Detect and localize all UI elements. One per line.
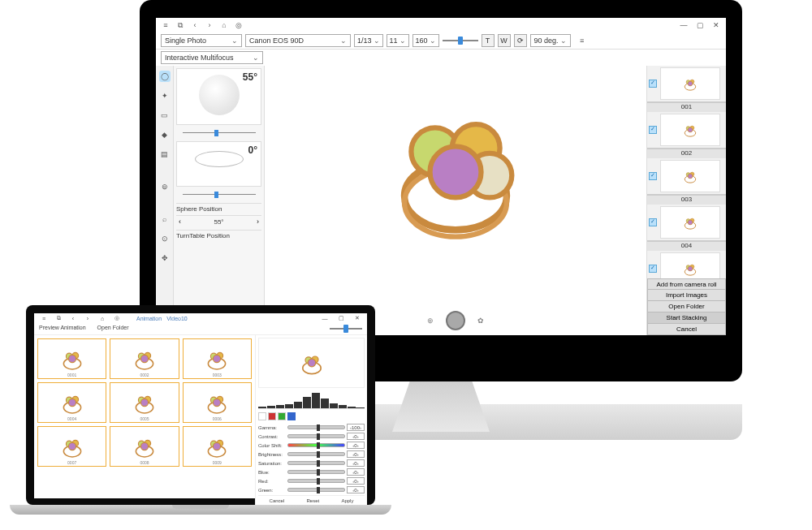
- rotate-button[interactable]: ⟳: [514, 34, 527, 47]
- zoom-slider[interactable]: [330, 325, 362, 333]
- turntable-box[interactable]: 0°: [176, 141, 261, 187]
- t-button[interactable]: T: [482, 34, 495, 47]
- turntable-position-label: TurnTable Position: [176, 230, 261, 239]
- cancel-button[interactable]: Cancel: [270, 498, 285, 503]
- snap-icon[interactable]: ✿: [473, 313, 488, 328]
- turn-slider[interactable]: [183, 192, 256, 198]
- brightness-slider[interactable]: Brightness:‹0›: [258, 450, 365, 458]
- layers-tool-icon[interactable]: ▤: [159, 149, 171, 160]
- open-folder-tab[interactable]: Open Folder: [97, 325, 129, 333]
- crumb-animation[interactable]: Animation: [136, 316, 162, 321]
- chevron-down-icon: ⌄: [231, 37, 238, 45]
- back-icon[interactable]: ‹: [190, 20, 200, 30]
- move-tool-icon[interactable]: ✥: [159, 252, 171, 264]
- sphere-tool-icon[interactable]: ◯: [159, 71, 171, 82]
- thumb-item[interactable]: 002: [647, 112, 726, 158]
- home-icon[interactable]: ⌂: [219, 20, 229, 30]
- mode-label: Single Photo: [165, 37, 206, 45]
- multifocus-dropdown[interactable]: Interactive Multifocus ⌄: [161, 51, 263, 64]
- frame-cell[interactable]: 0009: [183, 426, 252, 467]
- thumb-item[interactable]: 001: [647, 66, 726, 112]
- sphere-dec[interactable]: ‹: [179, 218, 181, 226]
- zoom-tool-icon[interactable]: ⌕: [159, 213, 171, 225]
- preview-area: ⊕ ✿: [265, 66, 646, 335]
- thumb-label: 002: [647, 149, 726, 158]
- light-angle-box[interactable]: 55°: [176, 68, 261, 125]
- green-slider[interactable]: Green:‹0›: [258, 486, 365, 493]
- home-icon[interactable]: ⌂: [97, 313, 107, 323]
- menu-icon[interactable]: ≡: [39, 313, 49, 323]
- frame-cell[interactable]: 0006: [183, 382, 252, 423]
- rotation-dropdown[interactable]: 90 deg. ⌄: [530, 34, 571, 47]
- checkbox[interactable]: [649, 218, 657, 226]
- checkbox[interactable]: [649, 265, 657, 273]
- apply-button[interactable]: Apply: [341, 498, 353, 503]
- target-tool-icon[interactable]: ⊚: [159, 181, 171, 192]
- more-icon[interactable]: ≡: [577, 36, 587, 45]
- frame-cell[interactable]: 0003: [183, 338, 252, 379]
- forward-icon[interactable]: ›: [205, 20, 214, 30]
- checkbox[interactable]: [649, 126, 657, 134]
- focus-icon[interactable]: ⊕: [423, 313, 438, 328]
- cancel-button[interactable]: Cancel: [647, 324, 726, 335]
- checkbox[interactable]: [649, 80, 657, 88]
- channel-tabs[interactable]: [258, 412, 365, 420]
- camera-dropdown[interactable]: Canon EOS 90D ⌄: [245, 34, 351, 47]
- frame-cell[interactable]: 0008: [110, 426, 179, 467]
- frame-tool-icon[interactable]: ▭: [159, 110, 171, 121]
- adjust-preview: [258, 338, 365, 388]
- back-icon[interactable]: ‹: [68, 313, 78, 323]
- red-slider[interactable]: Red:‹0›: [258, 477, 365, 485]
- frame-grid: 0001 0002 0003 0004 0005 0006 0007 0008 …: [34, 335, 255, 508]
- shape-tool-icon[interactable]: ◆: [159, 129, 171, 140]
- thumb-item[interactable]: [647, 251, 726, 278]
- aperture-box[interactable]: 11⌄: [387, 34, 409, 47]
- frame-cell[interactable]: 0001: [37, 338, 106, 379]
- frame-cell[interactable]: 0007: [37, 426, 106, 467]
- camera-icon[interactable]: ◎: [234, 20, 244, 30]
- gamma-slider[interactable]: Gamma:‹100›: [258, 424, 365, 431]
- exposure-slider[interactable]: [443, 37, 478, 45]
- mode-dropdown[interactable]: Single Photo ⌄: [161, 34, 242, 47]
- camera-icon[interactable]: ◎: [112, 313, 122, 323]
- saturation-slider[interactable]: Saturation:‹0›: [258, 459, 365, 467]
- contrast-slider[interactable]: Contrast:‹0›: [258, 433, 365, 440]
- forward-icon[interactable]: ›: [83, 313, 93, 323]
- iso-box[interactable]: 160⌄: [412, 34, 439, 47]
- light-tool-icon[interactable]: ✦: [159, 90, 171, 101]
- import-images-button[interactable]: Import Images: [647, 290, 726, 301]
- maximize-icon[interactable]: ▢: [336, 313, 346, 323]
- open-folder-button[interactable]: Open Folder: [647, 301, 726, 312]
- checkbox[interactable]: [649, 172, 657, 180]
- frame-cell[interactable]: 0005: [110, 382, 179, 423]
- frame-cell[interactable]: 0002: [110, 338, 179, 379]
- copy-icon[interactable]: ⧉: [175, 20, 185, 30]
- start-stacking-button[interactable]: Start Stacking: [647, 312, 726, 324]
- thumb-item[interactable]: 004: [647, 205, 726, 251]
- sphere-spinner[interactable]: ‹ 55° ›: [176, 215, 261, 227]
- w-button[interactable]: W: [498, 34, 511, 47]
- blue-slider[interactable]: Blue:‹0›: [258, 468, 365, 476]
- preview-animation-tab[interactable]: Preview Animation: [39, 325, 86, 333]
- search-tool-icon[interactable]: ⊙: [159, 233, 171, 244]
- light-slider[interactable]: [183, 130, 256, 136]
- minimize-icon[interactable]: —: [320, 313, 330, 323]
- thumb-label: 001: [647, 102, 726, 112]
- frame-cell[interactable]: 0004: [37, 382, 106, 423]
- reset-button[interactable]: Reset: [306, 498, 319, 503]
- chevron-down-icon: ⌄: [253, 54, 259, 62]
- sphere-inc[interactable]: ›: [257, 218, 259, 226]
- copy-icon[interactable]: ⧉: [54, 313, 63, 323]
- crumb-video[interactable]: Video10: [166, 316, 188, 321]
- close-icon[interactable]: ✕: [711, 20, 721, 30]
- thumb-item[interactable]: 003: [647, 158, 726, 205]
- maximize-icon[interactable]: ▢: [695, 20, 705, 30]
- shutter-button[interactable]: [446, 311, 465, 330]
- close-icon[interactable]: ✕: [352, 313, 362, 323]
- menu-icon[interactable]: ≡: [161, 20, 171, 30]
- color-shift-slider[interactable]: Color Shift:‹0›: [258, 442, 365, 449]
- light-angle-value: 55°: [243, 71, 257, 83]
- minimize-icon[interactable]: —: [679, 20, 689, 30]
- shutter-box[interactable]: 1/13⌄: [354, 34, 383, 47]
- add-from-roll-button[interactable]: Add from camera roll: [647, 278, 726, 290]
